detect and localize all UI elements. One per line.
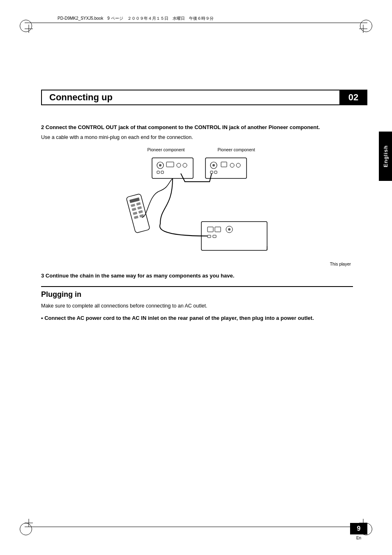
- chapter-bar: Connecting up 02: [41, 90, 367, 105]
- page-number: 9: [357, 525, 361, 532]
- step2-heading: 2 Connect the CONTROL OUT jack of that c…: [41, 124, 353, 131]
- chapter-title: Connecting up: [49, 92, 113, 103]
- diagram-label-right: Pioneer component: [218, 147, 255, 152]
- page-number-box: 9: [350, 523, 367, 534]
- header-file-info: PD-D9MK2_SYXJ5.book 9 ページ ２００９年４月１５日 水曜日…: [58, 16, 214, 21]
- chapter-number: 02: [348, 92, 358, 103]
- svg-point-10: [212, 164, 215, 166]
- diagram-label-left: Pioneer component: [147, 147, 184, 152]
- this-player-label: This player: [39, 261, 351, 266]
- page: PD-D9MK2_SYXJ5.book 9 ページ ２００９年４月１５日 水曜日…: [0, 0, 392, 555]
- bottom-registration-bar: [25, 527, 367, 527]
- svg-rect-8: [205, 158, 247, 178]
- svg-point-2: [159, 164, 161, 166]
- diagram-labels: Pioneer component Pioneer component: [147, 147, 255, 152]
- svg-rect-26: [201, 222, 267, 250]
- page-number-suffix: En: [350, 536, 367, 540]
- reg-circle-tl: [20, 20, 32, 32]
- connection-diagram: Pioneer component Pioneer component: [41, 147, 353, 266]
- plugging-in-bullet: • Connect the AC power cord to the AC IN…: [41, 314, 353, 322]
- step2-body: Use a cable with a mono mini-plug on eac…: [41, 134, 353, 141]
- reg-circle-bl: [20, 523, 32, 535]
- plugging-in-heading: Plugging in: [41, 290, 353, 299]
- svg-rect-0: [152, 158, 193, 178]
- step3-text: 3 Continue the chain in the same way for…: [41, 272, 353, 280]
- chapter-title-box: Connecting up: [41, 90, 339, 105]
- main-content: 2 Connect the CONTROL OUT jack of that c…: [41, 117, 353, 514]
- chapter-number-box: 02: [339, 90, 367, 105]
- side-language-tab: English: [379, 132, 392, 181]
- side-tab-label: English: [383, 145, 389, 167]
- top-registration-bar: [25, 23, 367, 23]
- section-divider: [41, 286, 353, 287]
- connection-diagram-svg: [119, 154, 275, 261]
- reg-circle-tr: [360, 20, 372, 32]
- plugging-in-body: Make sure to complete all connections be…: [41, 302, 353, 310]
- svg-point-30: [228, 228, 231, 231]
